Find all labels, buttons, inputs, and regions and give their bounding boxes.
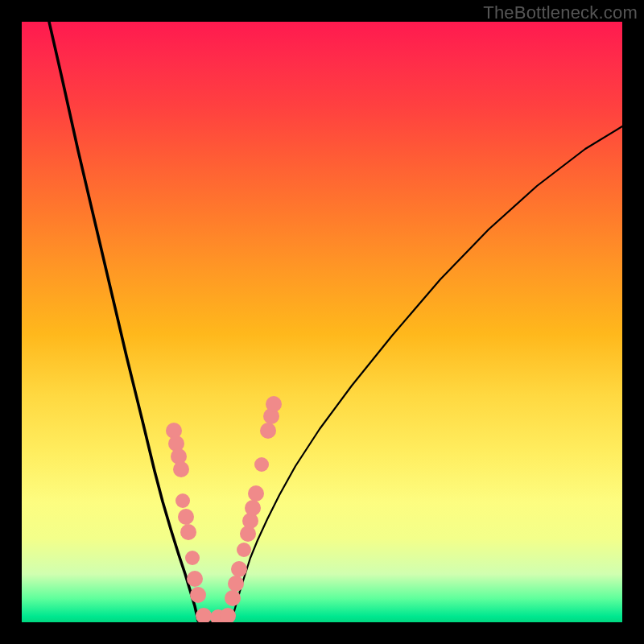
curve-group (49, 22, 622, 622)
data-marker (178, 509, 194, 525)
data-marker (266, 396, 282, 412)
data-marker (260, 423, 276, 439)
data-marker (254, 457, 269, 472)
data-marker (196, 608, 212, 622)
plot-area (22, 22, 622, 622)
data-marker (245, 500, 261, 516)
data-marker (175, 493, 190, 508)
data-marker (187, 571, 203, 587)
data-marker (225, 590, 241, 606)
data-marker (185, 551, 200, 565)
data-marker (248, 485, 264, 502)
chart-svg (22, 22, 622, 622)
data-marker (231, 561, 247, 577)
curve-right-branch (231, 126, 622, 621)
data-marker (237, 543, 251, 557)
data-marker (220, 608, 236, 622)
data-marker (173, 461, 189, 477)
data-marker (228, 576, 244, 592)
marker-group (166, 396, 282, 622)
curve-left-branch (49, 22, 198, 621)
watermark-label: TheBottleneck.com (483, 2, 638, 23)
data-marker (190, 587, 206, 603)
chart-frame: TheBottleneck.com (0, 0, 644, 644)
data-marker (180, 524, 196, 540)
